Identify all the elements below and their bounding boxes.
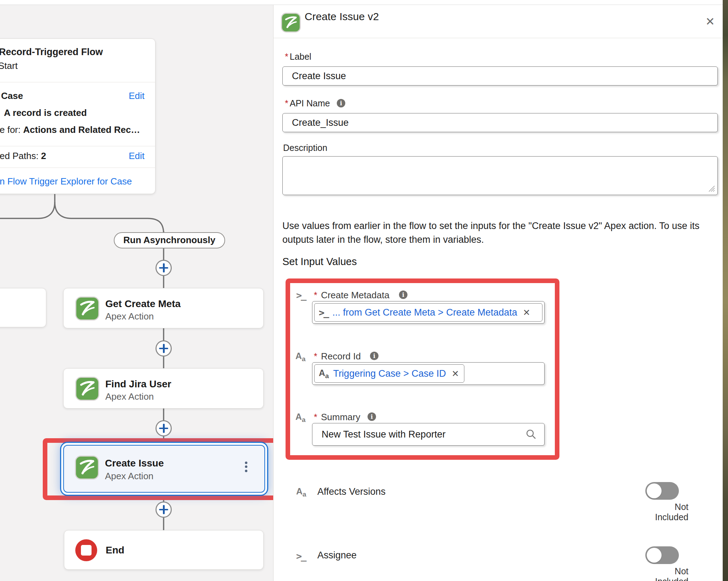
instructions-text: Use values from earlier in the flow to s… xyxy=(282,219,718,247)
start-card-subtitle: Start xyxy=(0,60,18,71)
record-id-label: Record Id xyxy=(321,351,361,362)
apex-action-icon xyxy=(76,457,98,479)
create-metadata-label-row: * Create Metadata xyxy=(314,290,389,301)
record-id-input[interactable]: Aa Triggering Case > Case ID ✕ xyxy=(312,362,545,385)
end-node-label: End xyxy=(106,545,124,556)
optimize-value: Actions and Related Rec… xyxy=(23,124,140,135)
create-metadata-input[interactable]: >_ ... from Get Create Meta > Create Met… xyxy=(312,301,545,324)
affects-versions-status: Not Included xyxy=(642,502,688,522)
node-title: Get Create Meta xyxy=(105,298,181,310)
node-create-issue-selected[interactable]: Create Issue Apex Action xyxy=(63,445,265,493)
text-type-icon: Aa xyxy=(319,368,329,380)
node-subtitle: Apex Action xyxy=(105,391,154,402)
description-field-label: Description xyxy=(283,143,327,153)
assignee-label: Assignee xyxy=(317,550,357,561)
required-asterisk: * xyxy=(314,412,317,422)
add-element-button[interactable] xyxy=(155,340,172,357)
summary-input[interactable] xyxy=(312,423,545,446)
label-field-label: *Label xyxy=(285,52,311,62)
toggle-knob xyxy=(647,483,662,498)
start-node-card[interactable]: Record-Triggered Flow Start Case Edit A … xyxy=(0,39,155,194)
paths-prefix: ed Paths: xyxy=(0,151,41,161)
api-name-input[interactable] xyxy=(282,113,718,132)
record-id-chip[interactable]: Aa Triggering Case > Case ID ✕ xyxy=(314,364,464,383)
create-metadata-chip[interactable]: >_ ... from Get Create Meta > Create Met… xyxy=(314,303,542,322)
flow-builder-app: Record-Triggered Flow Start Case Edit A … xyxy=(0,0,728,581)
node-get-create-meta[interactable]: Get Create Meta Apex Action xyxy=(63,288,264,328)
run-asynchronously-badge[interactable]: Run Asynchronously xyxy=(114,232,225,248)
text-type-icon: Aa xyxy=(295,412,306,424)
description-textarea[interactable] xyxy=(282,156,718,195)
summary-label: Summary xyxy=(321,412,360,422)
api-name-field-label: *API Name xyxy=(285,98,330,108)
apex-type-icon: >_ xyxy=(296,290,306,301)
optimize-prefix: e for: xyxy=(0,124,23,135)
node-find-jira-user[interactable]: Find Jira User Apex Action xyxy=(63,368,264,409)
scheduled-paths-row: ed Paths: 2 xyxy=(0,151,46,162)
record-id-label-row: * Record Id xyxy=(314,351,361,362)
assignee-status: Not Included xyxy=(642,566,688,581)
summary-label-row: * Summary xyxy=(314,412,360,423)
info-icon[interactable]: i xyxy=(399,290,407,299)
apex-type-icon: >_ xyxy=(296,551,306,562)
node-menu-kebab-icon[interactable] xyxy=(245,460,247,474)
panel-header-divider xyxy=(274,38,723,38)
assignee-toggle[interactable] xyxy=(645,546,679,564)
paths-count: 2 xyxy=(41,151,46,161)
info-icon[interactable]: i xyxy=(368,412,376,421)
search-icon[interactable] xyxy=(526,429,536,440)
start-card-divider xyxy=(0,82,156,82)
window-top-strip xyxy=(0,0,728,5)
node-subtitle: Apex Action xyxy=(105,311,154,322)
node-title: Create Issue xyxy=(105,458,164,469)
end-icon xyxy=(75,539,97,561)
remove-chip-icon[interactable]: ✕ xyxy=(523,307,530,318)
close-icon[interactable]: ✕ xyxy=(705,15,715,28)
required-asterisk: * xyxy=(314,351,317,361)
edit-paths-link[interactable]: Edit xyxy=(129,151,145,162)
toggle-knob xyxy=(647,548,662,563)
apex-action-icon xyxy=(282,14,300,31)
info-icon[interactable]: i xyxy=(370,352,378,360)
required-asterisk: * xyxy=(285,52,288,61)
label-input[interactable] xyxy=(282,66,718,86)
apex-action-icon xyxy=(76,378,98,400)
start-card-title: Record-Triggered Flow xyxy=(0,47,103,58)
desktop-wallpaper-sliver xyxy=(723,0,728,581)
affects-versions-label: Affects Versions xyxy=(317,486,386,497)
set-input-values-heading: Set Input Values xyxy=(282,256,357,268)
create-metadata-label: Create Metadata xyxy=(321,290,389,300)
text-type-icon: Aa xyxy=(296,486,306,498)
panel-title: Create Issue v2 xyxy=(305,11,379,23)
start-card-divider xyxy=(0,146,156,146)
apex-action-icon xyxy=(76,298,98,319)
resize-grip-icon[interactable] xyxy=(708,184,715,192)
node-title: Find Jira User xyxy=(105,378,171,390)
required-asterisk: * xyxy=(285,98,288,108)
start-card-divider xyxy=(0,168,156,168)
info-icon[interactable]: i xyxy=(337,99,345,107)
text-type-icon: Aa xyxy=(295,351,306,363)
node-subtitle: Apex Action xyxy=(105,471,153,482)
affects-versions-toggle[interactable] xyxy=(645,482,679,500)
node-end[interactable]: End xyxy=(64,530,264,570)
required-asterisk: * xyxy=(314,290,317,300)
chip-text: ... from Get Create Meta > Create Metada… xyxy=(333,307,517,318)
optimize-row: e for: Actions and Related Rec… xyxy=(0,124,140,135)
flow-trigger-explorer-link[interactable]: n Flow Trigger Explorer for Case xyxy=(0,176,132,187)
trigger-object-name: Case xyxy=(1,90,23,101)
apex-type-icon: >_ xyxy=(319,307,328,318)
add-element-button[interactable] xyxy=(155,260,172,276)
chip-text: Triggering Case > Case ID xyxy=(333,368,446,379)
remove-chip-icon[interactable]: ✕ xyxy=(452,369,459,379)
add-element-button[interactable] xyxy=(155,420,172,436)
edit-object-link[interactable]: Edit xyxy=(129,90,145,101)
trigger-type-text: A record is created xyxy=(4,107,87,118)
add-element-button[interactable] xyxy=(155,501,172,518)
partial-left-node-card[interactable] xyxy=(0,288,46,327)
